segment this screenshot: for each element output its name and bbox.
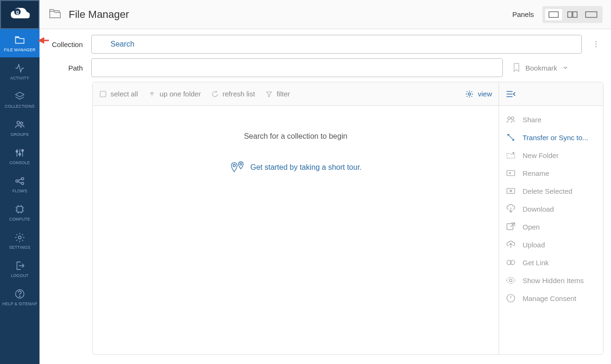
nav-settings[interactable]: SETTINGS — [0, 227, 40, 255]
svg-point-11 — [22, 150, 24, 151]
sliders-icon — [14, 147, 25, 158]
page-title: File Manager — [69, 8, 506, 21]
collapse-icon — [506, 90, 516, 98]
path-label: Path — [40, 64, 85, 72]
file-toolbar: select all up one folder refresh list fi… — [93, 82, 499, 106]
action-pane: Share Transfer or Sync to... New Folder … — [499, 82, 603, 354]
action-transfer[interactable]: Transfer or Sync to... — [499, 128, 603, 146]
svg-point-7 — [16, 150, 18, 152]
panel-toggle-group — [542, 6, 603, 23]
empty-message: Search for a collection to begin — [244, 132, 348, 141]
filter-icon — [265, 90, 273, 98]
checkbox-icon — [99, 90, 107, 98]
nav-flows[interactable]: FLOWS — [0, 170, 40, 198]
svg-rect-27 — [549, 12, 558, 17]
eye-icon — [506, 275, 516, 285]
up-folder-button[interactable]: up one folder — [148, 90, 201, 98]
svg-point-37 — [468, 93, 470, 95]
svg-point-9 — [19, 153, 21, 155]
nav-label: LOGOUT — [11, 273, 29, 278]
groups-icon — [14, 119, 25, 130]
filter-button[interactable]: filter — [265, 90, 290, 98]
path-input[interactable] — [91, 58, 503, 77]
nav-compute[interactable]: COMPUTE — [0, 198, 40, 227]
svg-point-39 — [240, 163, 242, 165]
svg-rect-29 — [573, 12, 577, 17]
svg-point-24 — [18, 236, 21, 239]
collection-label: Collection — [40, 40, 85, 48]
delete-icon — [506, 186, 516, 196]
svg-point-12 — [16, 180, 18, 182]
file-pane: select all up one folder refresh list fi… — [93, 82, 499, 354]
left-nav: g FILE MANAGER ACTIVITY COLLECTIONS — [0, 0, 40, 364]
svg-point-35 — [595, 46, 597, 47]
svg-point-38 — [233, 165, 236, 167]
refresh-icon — [211, 90, 219, 98]
panels-label: Panels — [512, 10, 534, 18]
control-rows: Collection Path Bookmark — [40, 29, 611, 82]
nav-logout[interactable]: LOGOUT — [0, 255, 40, 283]
nav-console[interactable]: CONSOLE — [0, 142, 40, 170]
tour-label: Get started by taking a short tour. — [250, 163, 362, 172]
nav-label: SETTINGS — [9, 245, 31, 250]
gear-icon — [14, 232, 25, 243]
refresh-button[interactable]: refresh list — [211, 90, 255, 98]
panel-wide-button[interactable] — [583, 9, 600, 20]
help-icon — [14, 288, 25, 300]
dots-vertical-icon — [592, 40, 600, 48]
layers-icon — [14, 91, 25, 102]
nav-label: GROUPS — [11, 132, 29, 137]
panel-single-button[interactable] — [545, 9, 562, 20]
action-download[interactable]: Download — [499, 200, 603, 218]
open-icon — [506, 222, 516, 232]
power-icon — [506, 293, 516, 303]
nav-label: FLOWS — [12, 189, 27, 193]
folder-icon — [14, 34, 25, 46]
bookmark-button[interactable]: Bookmark — [509, 62, 603, 73]
link-icon — [506, 257, 516, 268]
svg-point-13 — [22, 178, 24, 180]
svg-rect-30 — [586, 12, 597, 17]
globus-cloud-icon: g — [8, 4, 32, 25]
svg-point-14 — [22, 182, 24, 185]
action-upload[interactable]: Upload — [499, 236, 603, 253]
svg-point-33 — [595, 41, 597, 42]
action-manage-consent[interactable]: Manage Consent — [499, 289, 603, 307]
nav-help[interactable]: HELP & SITEMAP — [0, 283, 40, 311]
nav-label: COMPUTE — [9, 217, 31, 222]
nav-collections[interactable]: COLLECTIONS — [0, 86, 40, 114]
action-open[interactable]: Open — [499, 218, 603, 236]
action-show-hidden[interactable]: Show Hidden Items — [499, 271, 603, 289]
svg-rect-36 — [100, 91, 106, 97]
action-collapse-button[interactable] — [499, 82, 603, 106]
nav-groups[interactable]: GROUPS — [0, 114, 40, 142]
nav-label: HELP & SITEMAP — [2, 301, 37, 306]
nav-activity[interactable]: ACTIVITY — [0, 57, 40, 86]
svg-point-50 — [509, 279, 512, 282]
logout-icon — [14, 260, 25, 271]
action-share[interactable]: Share — [499, 111, 603, 128]
nav-label: FILE MANAGER — [4, 47, 36, 52]
svg-point-43 — [508, 117, 511, 120]
action-get-link[interactable]: Get Link — [499, 253, 603, 271]
chevron-down-icon — [562, 64, 569, 71]
app-logo[interactable]: g — [0, 0, 40, 29]
action-delete[interactable]: Delete Selected — [499, 182, 603, 200]
collection-search-input[interactable] — [91, 35, 582, 54]
file-body: Search for a collection to begin Get sta… — [93, 106, 499, 354]
bookmark-icon — [512, 62, 521, 73]
svg-point-44 — [511, 117, 514, 120]
map-pins-icon — [230, 161, 246, 174]
select-all-button[interactable]: select all — [99, 90, 138, 98]
panel-split-button[interactable] — [564, 9, 581, 20]
svg-rect-15 — [17, 206, 23, 212]
view-button[interactable]: view — [465, 89, 492, 99]
action-list: Share Transfer or Sync to... New Folder … — [499, 106, 603, 312]
svg-rect-45 — [507, 171, 515, 176]
svg-point-34 — [595, 44, 597, 45]
collection-menu-button[interactable] — [588, 35, 603, 54]
nav-file-manager[interactable]: FILE MANAGER — [0, 29, 40, 57]
tour-link[interactable]: Get started by taking a short tour. — [230, 161, 362, 174]
action-rename[interactable]: Rename — [499, 164, 603, 182]
action-new-folder[interactable]: New Folder — [499, 146, 603, 164]
